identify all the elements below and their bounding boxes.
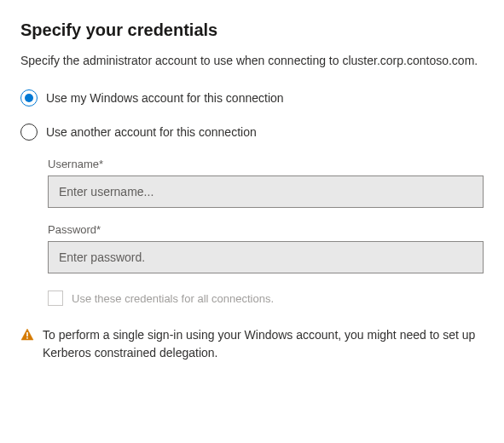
warning-message: To perform a single sign-in using your W… <box>20 326 484 362</box>
radio-dot-icon <box>25 94 33 102</box>
radio-use-windows-label: Use my Windows account for this connecti… <box>46 91 284 105</box>
password-field-group: Password* <box>48 223 484 273</box>
radio-circle-icon <box>20 124 38 141</box>
checkbox-box-icon <box>48 291 63 306</box>
use-for-all-checkbox-label: Use these credentials for all connection… <box>72 292 274 305</box>
username-input[interactable] <box>48 175 484 208</box>
username-label: Username* <box>48 158 484 170</box>
page-title: Specify your credentials <box>20 20 484 40</box>
svg-rect-0 <box>26 332 28 337</box>
username-field-group: Username* <box>48 158 484 208</box>
warning-icon <box>20 326 34 344</box>
credentials-form: Username* Password* Use these credential… <box>48 158 484 306</box>
radio-use-windows-account[interactable]: Use my Windows account for this connecti… <box>20 89 484 106</box>
svg-rect-1 <box>26 337 28 339</box>
warning-text: To perform a single sign-in using your W… <box>43 326 484 362</box>
password-label: Password* <box>48 223 484 236</box>
radio-use-another-label: Use another account for this connection <box>46 125 257 139</box>
page-description: Specify the administrator account to use… <box>20 52 484 69</box>
password-input[interactable] <box>48 241 484 273</box>
use-for-all-checkbox-row[interactable]: Use these credentials for all connection… <box>48 291 484 306</box>
radio-circle-icon <box>20 89 38 106</box>
radio-use-another-account[interactable]: Use another account for this connection <box>20 124 484 141</box>
